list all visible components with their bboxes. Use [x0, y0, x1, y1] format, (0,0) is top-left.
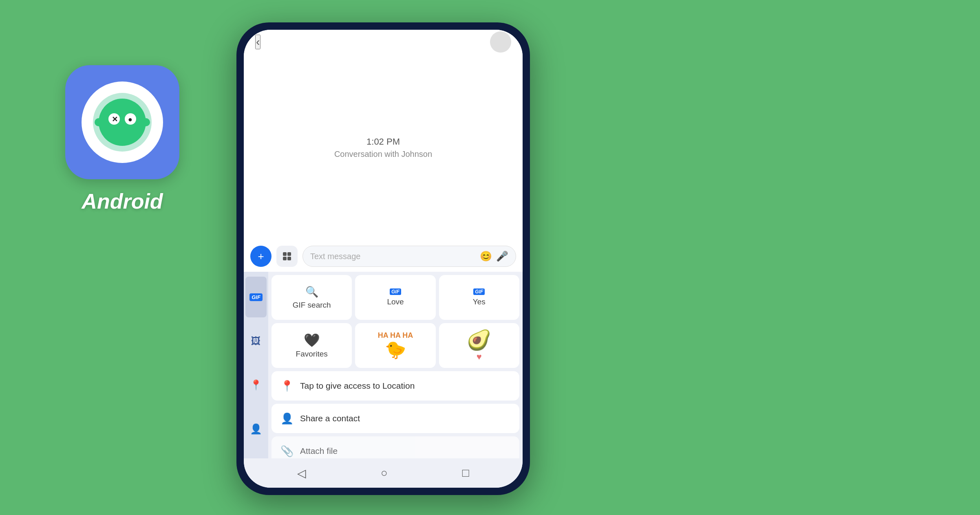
svg-rect-8: [283, 252, 287, 256]
input-icons: 😊 🎤: [480, 251, 508, 262]
gif-search-cell[interactable]: 🔍 GIF search: [271, 275, 352, 320]
sticker-tab-icon: 🖼: [251, 335, 261, 347]
gif-yes-cell[interactable]: GIF Yes: [439, 275, 519, 320]
message-input[interactable]: Text message 😊 🎤: [302, 246, 516, 267]
nav-home-button[interactable]: ○: [381, 467, 388, 480]
back-button[interactable]: ‹: [255, 35, 260, 49]
sidebar-tab-gif[interactable]: GIF: [245, 277, 267, 317]
heart-icon: 🖤: [304, 332, 320, 348]
svg-rect-10: [283, 257, 287, 260]
app-icon-inner: ✕ ●: [82, 81, 163, 163]
svg-text:●: ●: [128, 115, 132, 123]
contact-label: Share a contact: [300, 414, 360, 423]
attach-icon: [281, 251, 293, 262]
sidebar-tab-location[interactable]: 📍: [245, 365, 267, 405]
phone-inner: ‹ 1:02 PM Conversation with Johnson +: [244, 30, 523, 488]
avocado-sticker-cell[interactable]: 🥑 ♥: [439, 323, 519, 368]
add-button[interactable]: +: [250, 246, 271, 267]
location-label: Tap to give access to Location: [300, 381, 415, 391]
search-icon: 🔍: [305, 286, 318, 298]
svg-point-1: [99, 99, 146, 146]
message-placeholder: Text message: [310, 252, 360, 261]
favorites-label: Favorites: [296, 350, 328, 359]
svg-point-7: [142, 118, 150, 126]
app-icon-background: ✕ ●: [65, 65, 179, 179]
sticker-row: 🖤 Favorites HA HA HA 🐤: [271, 323, 519, 368]
gif-love-cell[interactable]: GIF Love: [355, 275, 435, 320]
attach-action-row[interactable]: 📎 Attach file: [271, 436, 519, 458]
contact-action-row[interactable]: 👤 Share a contact: [271, 404, 519, 433]
status-bar: ‹: [244, 30, 523, 54]
gif-search-label: GIF search: [293, 301, 331, 310]
svg-point-6: [95, 118, 103, 126]
favorites-cell[interactable]: 🖤 Favorites: [271, 323, 352, 368]
main-content: 🔍 GIF search GIF Love GIF Yes: [268, 272, 523, 458]
contact-icon: 👤: [280, 412, 294, 425]
haha-text: HA HA HA: [378, 331, 413, 340]
app-label: Android: [82, 189, 163, 213]
gif-love-tag: GIF: [390, 288, 401, 295]
input-row: + Text message 😊 🎤: [244, 241, 523, 272]
gif-love-label: Love: [387, 297, 404, 306]
location-tab-icon: 📍: [250, 379, 262, 391]
svg-rect-9: [287, 252, 291, 256]
panel-grid: GIF 🖼 📍 👤 📎: [244, 272, 523, 458]
haha-sticker: HA HA HA 🐤: [378, 331, 413, 360]
svg-rect-11: [287, 257, 291, 260]
robot-icon: ✕ ●: [90, 90, 155, 155]
nav-bar: ◁ ○ □: [244, 458, 523, 488]
emoji-icon[interactable]: 😊: [480, 251, 492, 262]
location-action-row[interactable]: 📍 Tap to give access to Location: [271, 371, 519, 401]
conversation-label: Conversation with Johnson: [334, 150, 432, 159]
gif-row-1: 🔍 GIF search GIF Love GIF Yes: [271, 275, 519, 320]
app-icon-area: ✕ ● Android: [65, 65, 179, 213]
sidebar-tab-file[interactable]: 📎: [245, 453, 267, 458]
gif-yes-tag: GIF: [473, 288, 485, 295]
sidebar-tab-sticker[interactable]: 🖼: [245, 321, 267, 361]
gif-yes-label: Yes: [473, 297, 486, 306]
chat-area: 1:02 PM Conversation with Johnson: [244, 54, 523, 241]
haha-sticker-cell[interactable]: HA HA HA 🐤: [355, 323, 435, 368]
content-panel: GIF 🖼 📍 👤 📎: [244, 272, 523, 458]
phone-outer: ‹ 1:02 PM Conversation with Johnson +: [236, 22, 530, 495]
avocado-sticker: 🥑: [467, 329, 491, 352]
attach-label: Attach file: [300, 446, 338, 456]
contact-tab-icon: 👤: [250, 423, 262, 435]
time-label: 1:02 PM: [366, 136, 400, 147]
phone-container: ‹ 1:02 PM Conversation with Johnson +: [236, 22, 530, 495]
sidebar-tabs: GIF 🖼 📍 👤 📎: [244, 272, 268, 458]
attach-file-icon: 📎: [280, 445, 294, 458]
attach-button[interactable]: [276, 246, 298, 267]
nav-recent-button[interactable]: □: [462, 467, 469, 480]
gif-tab-badge: GIF: [249, 293, 263, 301]
mic-icon[interactable]: 🎤: [496, 251, 508, 262]
sidebar-tab-contact[interactable]: 👤: [245, 409, 267, 449]
avatar: [490, 31, 511, 53]
scene: ✕ ● Android ‹ 1:02 PM: [0, 0, 980, 515]
nav-back-button[interactable]: ◁: [297, 467, 306, 480]
location-icon: 📍: [280, 380, 294, 392]
svg-text:✕: ✕: [112, 115, 118, 123]
